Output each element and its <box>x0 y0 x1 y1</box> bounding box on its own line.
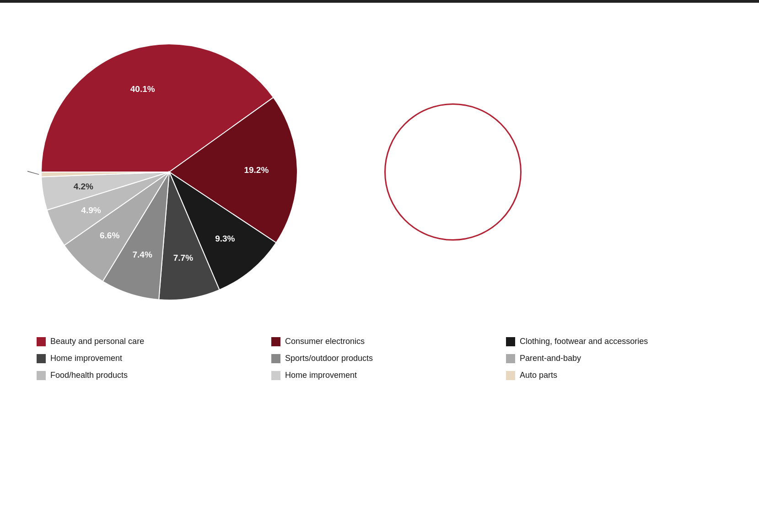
legend-item: Consumer electronics <box>271 337 488 346</box>
legend: Beauty and personal careConsumer electro… <box>27 337 732 380</box>
legend-item: Food/health products <box>37 371 253 380</box>
svg-text:6.6%: 6.6% <box>100 231 119 240</box>
legend-label: Home improvement <box>50 354 122 363</box>
legend-label: Sports/outdoor products <box>285 354 373 363</box>
legend-color-box <box>271 371 280 380</box>
legend-item: Beauty and personal care <box>37 337 253 346</box>
legend-item: Clothing, footwear and accessories <box>506 337 722 346</box>
chart-area: 40.1%19.2%9.3%7.7%7.4%6.6%4.9%4.2%0.6% <box>27 30 732 314</box>
svg-text:7.4%: 7.4% <box>133 250 152 259</box>
svg-text:19.2%: 19.2% <box>244 165 269 175</box>
svg-text:4.9%: 4.9% <box>81 205 101 215</box>
legend-color-box <box>37 337 46 346</box>
legend-color-box <box>506 371 515 380</box>
svg-text:7.7%: 7.7% <box>173 253 193 263</box>
svg-line-8 <box>27 166 39 175</box>
legend-label: Home improvement <box>285 371 357 380</box>
legend-color-box <box>271 354 280 363</box>
legend-item: Home improvement <box>37 354 253 363</box>
legend-label: Food/health products <box>50 371 128 380</box>
legend-item: Home improvement <box>271 371 488 380</box>
legend-color-box <box>506 354 515 363</box>
legend-label: Parent-and-baby <box>520 354 581 363</box>
legend-item: Parent-and-baby <box>506 354 722 363</box>
svg-text:9.3%: 9.3% <box>215 234 235 243</box>
legend-color-box <box>506 337 515 346</box>
legend-label: Beauty and personal care <box>50 337 144 346</box>
legend-label: Consumer electronics <box>285 337 365 346</box>
legend-label: Clothing, footwear and accessories <box>520 337 648 346</box>
legend-color-box <box>37 354 46 363</box>
legend-color-box <box>37 371 46 380</box>
legend-label: Auto parts <box>520 371 557 380</box>
pie-chart: 40.1%19.2%9.3%7.7%7.4%6.6%4.9%4.2%0.6% <box>27 30 311 314</box>
legend-item: Auto parts <box>506 371 722 380</box>
legend-color-box <box>271 337 280 346</box>
svg-text:4.2%: 4.2% <box>74 182 93 191</box>
legend-item: Sports/outdoor products <box>271 354 488 363</box>
svg-text:40.1%: 40.1% <box>130 84 155 94</box>
callout-circle <box>384 103 522 241</box>
